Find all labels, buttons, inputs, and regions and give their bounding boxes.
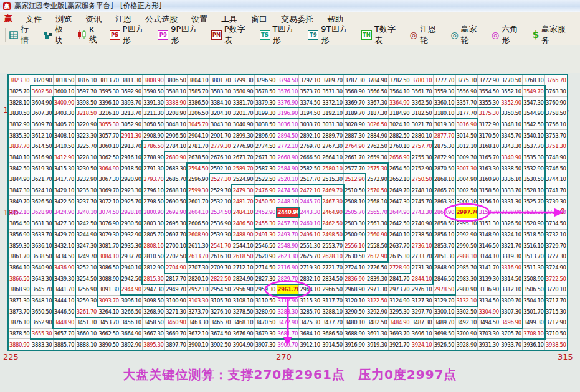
grid-cell[interactable]: 2769.70 xyxy=(299,141,321,152)
grid-cell[interactable]: 3328.90 xyxy=(500,207,522,218)
grid-cell[interactable]: 3811.30 xyxy=(120,75,142,86)
grid-cell[interactable]: 3921.70 xyxy=(389,339,411,350)
grid-cell[interactable]: 3151.30 xyxy=(478,218,500,229)
grid-cell[interactable]: 2596.90 xyxy=(188,174,209,185)
grid-cell[interactable]: 3816.10 xyxy=(76,75,98,86)
toolbar-button-T数字表[interactable]: TNT数字表 xyxy=(361,24,402,46)
grid-cell[interactable]: 2551.30 xyxy=(299,240,321,251)
grid-cell[interactable]: 3146.50 xyxy=(478,240,500,251)
grid-cell[interactable]: 2752.90 xyxy=(411,163,433,174)
menu-item-工具[interactable]: 工具 xyxy=(214,13,244,25)
grid-cell[interactable]: 2616.10 xyxy=(210,251,232,262)
grid-cell[interactable]: 3664.90 xyxy=(120,329,142,339)
grid-cell[interactable]: 2798.50 xyxy=(143,196,164,207)
grid-cell[interactable]: 3484.90 xyxy=(389,317,411,328)
grid-cell[interactable]: 3134.50 xyxy=(478,296,500,306)
grid-cell[interactable]: 3585.70 xyxy=(188,86,209,97)
grid-cell[interactable]: 3547.30 xyxy=(523,97,544,108)
grid-cell[interactable]: 3525.70 xyxy=(523,196,544,207)
grid-cell[interactable]: 2700.10 xyxy=(165,240,187,251)
grid-cell[interactable]: 3040.90 xyxy=(232,119,254,130)
grid-cell[interactable]: 3602.50 xyxy=(31,86,53,97)
toolbar-button-行情[interactable]: 行情 xyxy=(9,24,36,46)
grid-cell[interactable]: 3031.30 xyxy=(321,119,343,130)
grid-cell[interactable]: 3084.10 xyxy=(98,251,120,262)
grid-cell[interactable]: 3364.90 xyxy=(389,97,411,108)
grid-cell[interactable]: 2476.90 xyxy=(255,185,277,196)
grid-cell[interactable]: 2582.50 xyxy=(299,163,321,174)
menu-item-浏览[interactable]: 浏览 xyxy=(49,13,78,25)
grid-cell[interactable]: 3506.50 xyxy=(523,284,544,295)
grid-cell[interactable]: 3508.90 xyxy=(523,273,544,284)
grid-cell[interactable]: 3909.70 xyxy=(277,339,299,350)
grid-cell[interactable]: 3916.90 xyxy=(344,339,366,350)
grid-cell[interactable]: 3864.10 xyxy=(9,263,31,273)
grid-cell[interactable]: 2961.70 xyxy=(277,284,299,295)
grid-cell[interactable]: 2637.70 xyxy=(389,240,411,251)
grid-cell[interactable]: 2688.10 xyxy=(165,185,187,196)
grid-cell[interactable]: 2659.30 xyxy=(366,152,388,163)
grid-cell[interactable]: 2539.30 xyxy=(210,230,232,240)
grid-cell[interactable]: 3612.10 xyxy=(31,130,53,141)
grid-cell[interactable]: 2709.70 xyxy=(210,263,232,273)
grid-cell[interactable]: 3691.30 xyxy=(366,329,388,339)
grid-cell[interactable]: 3799.30 xyxy=(232,75,254,86)
grid-cell[interactable]: 2935.30 xyxy=(120,240,142,251)
grid-cell[interactable]: 2640.10 xyxy=(389,230,411,240)
grid-cell[interactable]: 2815.30 xyxy=(143,273,164,284)
grid-cell[interactable]: 3873.70 xyxy=(9,306,31,317)
grid-cell[interactable]: 2774.50 xyxy=(255,141,277,152)
grid-cell[interactable]: 2839.30 xyxy=(366,273,388,284)
grid-cell[interactable]: 2618.50 xyxy=(232,251,254,262)
grid-cell[interactable]: 3086.50 xyxy=(98,263,120,273)
grid-cell[interactable]: 2510.50 xyxy=(344,185,366,196)
toolbar-button-K线[interactable]: K线 xyxy=(78,25,102,45)
grid-cell[interactable]: 3604.90 xyxy=(31,97,53,108)
grid-cell[interactable]: 2928.10 xyxy=(120,207,142,218)
grid-cell[interactable]: 3093.70 xyxy=(98,296,120,306)
grid-cell[interactable]: 3348.10 xyxy=(500,119,522,130)
grid-cell[interactable]: 3933.70 xyxy=(500,339,522,350)
grid-cell[interactable]: 2469.70 xyxy=(321,185,343,196)
grid-cell[interactable]: 2952.10 xyxy=(188,284,209,295)
grid-cell[interactable]: 3016.90 xyxy=(456,119,478,130)
grid-cell[interactable]: 2724.10 xyxy=(344,263,366,273)
grid-cell[interactable]: 3672.10 xyxy=(188,329,209,339)
grid-cell[interactable]: 3360.10 xyxy=(434,97,455,108)
grid-cell[interactable]: 3324.10 xyxy=(500,230,522,240)
grid-cell[interactable]: 2541.70 xyxy=(210,240,232,251)
grid-cell[interactable]: 2973.70 xyxy=(389,284,411,295)
grid-cell[interactable]: 3237.70 xyxy=(76,196,98,207)
grid-cell[interactable]: 3439.30 xyxy=(54,273,75,284)
grid-cell[interactable]: 2592.10 xyxy=(210,163,232,174)
grid-cell[interactable]: 2971.30 xyxy=(366,284,388,295)
grid-cell[interactable]: 3307.30 xyxy=(500,306,522,317)
grid-cell[interactable]: 3595.30 xyxy=(98,86,120,97)
grid-cell[interactable]: 2532.10 xyxy=(210,196,232,207)
grid-cell[interactable]: 2827.30 xyxy=(255,273,277,284)
grid-cell[interactable]: 3516.10 xyxy=(523,240,544,251)
grid-cell[interactable]: 2690.50 xyxy=(165,196,187,207)
grid-cell[interactable]: 3878.50 xyxy=(9,329,31,339)
grid-cell[interactable]: 3698.50 xyxy=(434,329,455,339)
grid-cell[interactable]: 2829.70 xyxy=(277,273,299,284)
grid-cell[interactable]: 2644.90 xyxy=(389,207,411,218)
grid-cell[interactable]: 2779.30 xyxy=(210,141,232,152)
grid-cell[interactable]: 3631.30 xyxy=(31,218,53,229)
grid-cell[interactable]: 2697.70 xyxy=(165,230,187,240)
grid-cell[interactable]: 3290.50 xyxy=(344,306,366,317)
grid-cell[interactable]: 2455.30 xyxy=(255,218,277,229)
grid-cell[interactable]: 3914.50 xyxy=(321,339,343,350)
grid-cell[interactable]: 2503.30 xyxy=(344,218,366,229)
grid-cell[interactable]: 2870.50 xyxy=(434,163,455,174)
grid-cell[interactable]: 2932.90 xyxy=(120,230,142,240)
toolbar-button-赢家轮[interactable]: ◎赢家轮 xyxy=(450,24,483,46)
grid-cell[interactable]: 2692.90 xyxy=(165,207,187,218)
grid-cell[interactable]: 2940.10 xyxy=(120,263,142,273)
grid-cell[interactable]: 2524.90 xyxy=(232,174,254,185)
grid-cell[interactable]: 2702.50 xyxy=(165,251,187,262)
grid-cell[interactable]: 3002.50 xyxy=(456,185,478,196)
grid-cell[interactable]: 3715.30 xyxy=(545,306,567,317)
grid-cell[interactable]: 2704.90 xyxy=(165,263,187,273)
grid-cell[interactable]: 3825.70 xyxy=(9,86,31,97)
